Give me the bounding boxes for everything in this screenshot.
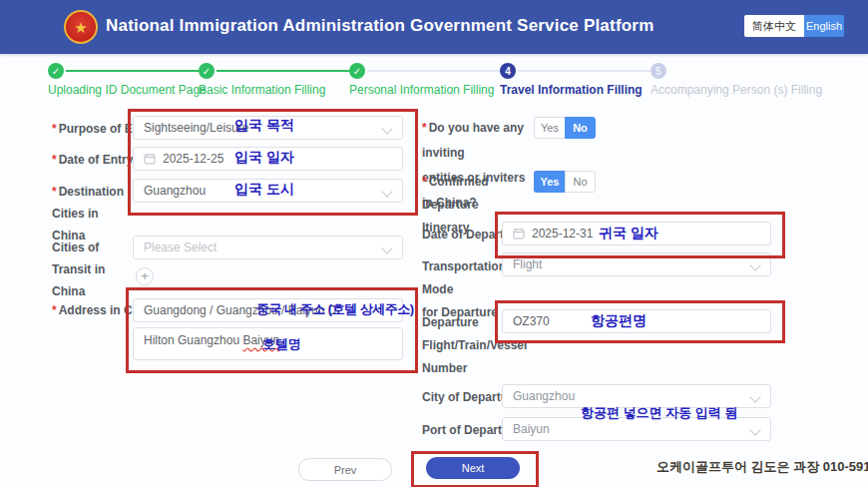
destination-cities-value: Guangzhou	[144, 184, 206, 198]
annotation-contact-info: 오케이골프투어 김도은 과장 010-5919-8437	[656, 458, 861, 476]
confirmed-no-button[interactable]: No	[565, 171, 596, 193]
date-of-departure-input[interactable]: 2025-12-31	[502, 222, 771, 245]
flight-number-value: OZ370	[513, 314, 550, 328]
inviting-entities-toggle: Yes No	[534, 117, 596, 139]
required-asterisk: *	[422, 121, 427, 135]
step-2-check-icon[interactable]: ✓	[199, 63, 215, 79]
app-header: ★ National Immigration Administration Go…	[0, 0, 868, 54]
date-of-entry-value: 2025-12-25	[163, 152, 223, 166]
step-connector-4	[518, 70, 651, 72]
chevron-down-icon	[381, 243, 392, 253]
city-of-departure-select[interactable]: Guangzhou	[502, 384, 771, 408]
language-english-button[interactable]: English	[804, 15, 844, 37]
step-label-basic-info: Basic Information Filling	[199, 83, 325, 97]
chevron-down-icon	[381, 186, 392, 197]
step-connector-2	[217, 70, 349, 72]
purpose-of-entry-select[interactable]: Sightseeing/Leisure	[133, 116, 403, 140]
hotel-name-value: Hilton Guangzhou	[144, 333, 239, 347]
calendar-icon	[144, 153, 156, 165]
page-title: National Immigration Administration Gove…	[106, 16, 653, 36]
hotel-name-misspelled-word: Baiyun	[242, 333, 279, 347]
city-of-departure-value: Guangzhou	[513, 389, 575, 403]
step-1-check-icon[interactable]: ✓	[48, 63, 64, 79]
chevron-down-icon	[749, 259, 760, 270]
confirmed-itinerary-toggle: Yes No	[534, 171, 596, 193]
chevron-down-icon	[749, 391, 760, 402]
address-in-china-value: Guangdong / Guangzhou / Baiyun D	[144, 303, 336, 317]
confirmed-yes-button[interactable]: Yes	[534, 171, 565, 193]
immigration-form-page: ★ National Immigration Administration Go…	[0, 0, 868, 487]
inviting-yes-button[interactable]: Yes	[534, 117, 565, 139]
step-3-check-icon[interactable]: ✓	[349, 63, 365, 79]
flight-number-input[interactable]: OZ370	[502, 309, 771, 333]
required-asterisk: *	[52, 153, 57, 167]
port-of-departure-value: Baiyun	[513, 422, 550, 436]
hotel-name-input[interactable]: Hilton Guangzhou Baiyun	[133, 327, 403, 360]
step-label-travel-info: Travel Information Filling	[500, 83, 643, 97]
date-of-departure-value: 2025-12-31	[532, 227, 593, 241]
required-asterisk: *	[422, 175, 427, 189]
language-chinese-button[interactable]: 简体中文	[744, 15, 804, 37]
step-5-circle: 5	[651, 63, 666, 79]
step-4-circle[interactable]: 4	[500, 63, 516, 79]
national-emblem-icon: ★	[64, 10, 98, 44]
transportation-mode-select[interactable]: Flight	[502, 252, 771, 276]
port-of-departure-select[interactable]: Baiyun	[502, 417, 771, 441]
chevron-down-icon	[749, 424, 760, 435]
step-connector-3	[367, 70, 500, 72]
step-label-uploading-id: Uploading ID Document Page	[48, 83, 207, 97]
address-in-china-input[interactable]: Guangdong / Guangzhou / Baiyun D	[133, 298, 403, 322]
step-connector-1	[66, 70, 199, 72]
transportation-mode-value: Flight	[513, 257, 542, 271]
prev-button[interactable]: Prev	[298, 458, 392, 481]
required-asterisk: *	[52, 303, 57, 317]
purpose-of-entry-value: Sightseeing/Leisure	[144, 121, 248, 135]
cities-of-transit-select[interactable]: Please Select	[133, 236, 403, 259]
calendar-icon	[513, 228, 525, 240]
step-label-accompanying: Accompanying Person (s) Filling	[651, 83, 822, 97]
cities-of-transit-label: Cities of Transit in China	[52, 237, 142, 302]
cities-of-transit-placeholder: Please Select	[144, 241, 217, 254]
step-label-personal-info: Personal Information Filling	[349, 83, 494, 97]
inviting-no-button[interactable]: No	[565, 117, 596, 139]
required-asterisk: *	[52, 185, 57, 199]
chevron-down-icon	[381, 123, 392, 134]
date-of-entry-label: *Date of Entry	[52, 149, 133, 171]
date-of-entry-input[interactable]: 2025-12-25	[133, 147, 403, 171]
destination-cities-select[interactable]: Guangzhou	[133, 179, 403, 203]
required-asterisk: *	[52, 122, 57, 136]
next-button[interactable]: Next	[426, 457, 520, 479]
add-transit-city-button[interactable]: +	[136, 267, 154, 285]
